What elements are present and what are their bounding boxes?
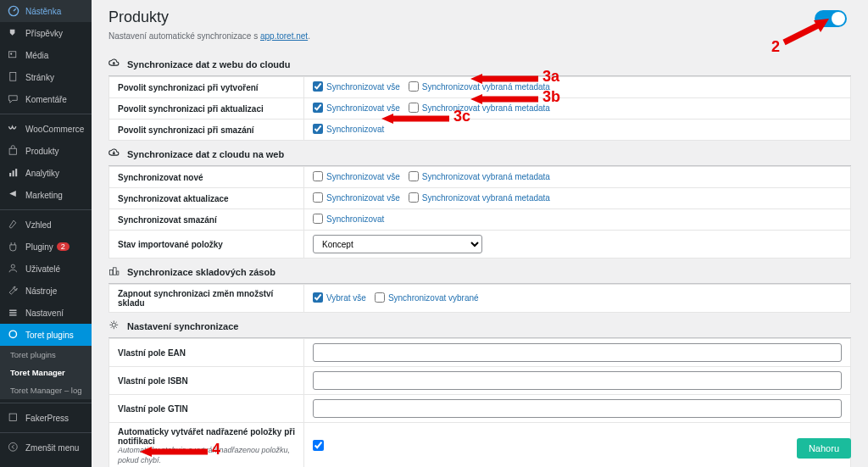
analytics-icon	[7, 166, 20, 180]
annotation-label-2: 2	[771, 38, 780, 56]
annotation-label-3c: 3c	[453, 108, 470, 125]
sidebar-item-label: FakerPress	[25, 414, 69, 423]
settings-table-cloud-to-web: Synchronizovat novéSynchronizovat všeSyn…	[108, 166, 851, 259]
submenu-item-toret-manager-log[interactable]: Toret Manager – log	[0, 381, 92, 399]
sidebar-item-media[interactable]: Média	[0, 44, 92, 66]
sidebar-item-label: Marketing	[25, 191, 63, 200]
section-header-web-to-cloud: Synchronizace dat z webu do cloudu	[108, 51, 851, 76]
appearance-icon	[7, 218, 20, 231]
settings-table-stock: Zapnout synchronizaci změn množství skla…	[108, 284, 851, 313]
svg-rect-9	[9, 310, 16, 311]
sidebar-item-label: Analytiky	[25, 169, 59, 178]
user-icon	[7, 262, 20, 275]
comment-icon	[7, 92, 20, 106]
row-label: Povolit synchronizaci při smazání	[109, 120, 304, 141]
svg-point-18	[112, 323, 115, 326]
row-label: Zapnout synchronizaci změn množství skla…	[109, 285, 304, 313]
svg-rect-5	[9, 173, 11, 176]
sidebar-item-label: Komentáře	[25, 95, 67, 104]
desc-link[interactable]: app.toret.net	[260, 31, 308, 41]
sidebar-item-label: Stránky	[25, 73, 54, 82]
svg-rect-4	[9, 148, 16, 154]
sidebar-item-tools[interactable]: Nástroje	[0, 280, 92, 302]
master-toggle[interactable]	[815, 10, 847, 27]
svg-rect-11	[9, 314, 16, 315]
row-label: Stav importované položky	[109, 231, 304, 259]
annotation-label-3a: 3a	[542, 68, 559, 86]
checkbox-sync[interactable]: Synchronizovat	[313, 124, 384, 134]
checkbox-auto-parent[interactable]	[313, 440, 324, 451]
checkbox-sync-all[interactable]: Synchronizovat vše	[313, 192, 400, 203]
checkbox-sync-all[interactable]: Synchronizovat vše	[313, 171, 400, 181]
sidebar-item-toret[interactable]: Toret plugins	[0, 324, 92, 346]
svg-rect-1	[8, 52, 15, 58]
sidebar-item-products[interactable]: Produkty	[0, 140, 92, 162]
isbn-input[interactable]	[313, 371, 842, 390]
toret-icon	[7, 328, 20, 342]
sidebar-item-label: Média	[25, 51, 48, 60]
sidebar-item-woocommerce[interactable]: WooCommerce	[0, 118, 92, 140]
gtin-input[interactable]	[313, 399, 842, 418]
sidebar-item-label: Toret plugins	[25, 331, 74, 340]
sidebar-item-label: Pluginy	[25, 242, 53, 252]
woo-icon	[7, 122, 20, 136]
plugin-badge: 2	[57, 242, 70, 251]
checkbox-sync-meta[interactable]: Synchronizovat vybraná metadata	[409, 192, 550, 203]
sidebar-item-label: Nastavení	[25, 309, 64, 318]
import-status-select[interactable]: Koncept	[313, 235, 482, 253]
ean-input[interactable]	[313, 343, 842, 362]
sidebar-item-appearance[interactable]: Vzhled	[0, 214, 92, 236]
admin-sidebar: Nástěnka Příspěvky Média Stránky Komentá…	[0, 0, 92, 467]
row-label: Vlastní pole GTIN	[109, 395, 304, 423]
row-label: Vlastní pole EAN	[109, 339, 304, 367]
settings-table-web-to-cloud: Povolit synchronizaci při vytvořeníSynch…	[108, 76, 851, 141]
sidebar-item-label: Příspěvky	[25, 29, 63, 38]
sidebar-item-dashboard[interactable]: Nástěnka	[0, 0, 92, 22]
media-icon	[7, 48, 20, 62]
sidebar-submenu: Toret plugins Toret Manager Toret Manage…	[0, 346, 92, 399]
checkbox-sync-meta[interactable]: Synchronizovat vybraná metadata	[409, 103, 550, 113]
sidebar-item-users[interactable]: Uživatelé	[0, 258, 92, 280]
svg-rect-6	[13, 170, 14, 176]
row-label: Povolit synchronizaci při vytvoření	[109, 77, 304, 98]
sidebar-item-collapse[interactable]: Zmenšit menu	[0, 436, 92, 459]
checkbox-sync-all[interactable]: Synchronizovat vše	[313, 81, 400, 92]
gear-icon	[108, 320, 122, 333]
row-label: Synchronizovat nové	[109, 167, 304, 188]
sidebar-item-fakerpress[interactable]: FakerPress	[0, 407, 92, 429]
svg-point-12	[9, 331, 16, 337]
sidebar-item-label: WooCommerce	[25, 125, 84, 134]
sidebar-item-pages[interactable]: Stránky	[0, 66, 92, 88]
sidebar-item-label: Vzhled	[25, 220, 52, 230]
settings-icon	[7, 306, 20, 320]
svg-point-2	[10, 53, 12, 55]
sidebar-item-plugins[interactable]: Pluginy2	[0, 236, 92, 258]
cloud-upload-icon	[108, 58, 122, 71]
checkbox-select-all[interactable]: Vybrat vše	[313, 292, 366, 303]
section-header-sync-settings: Nastavení synchronizace	[108, 313, 851, 338]
svg-rect-17	[117, 271, 119, 275]
checkbox-sync-all[interactable]: Synchronizovat vše	[313, 103, 400, 113]
submenu-item-toret-plugins[interactable]: Toret plugins	[0, 346, 92, 364]
checkbox-sync-meta[interactable]: Synchronizovat vybraná metadata	[409, 171, 550, 181]
page-description: Nastavení automatické synchronizace s ap…	[108, 31, 851, 41]
page-icon	[7, 70, 20, 84]
sidebar-item-posts[interactable]: Příspěvky	[0, 22, 92, 44]
dashboard-icon	[7, 4, 20, 18]
sidebar-item-label: Produkty	[25, 147, 58, 156]
checkbox-sync[interactable]: Synchronizovat	[313, 214, 384, 224]
sidebar-item-label: Nástěnka	[25, 7, 61, 16]
checkbox-sync-selected[interactable]: Synchronizovat vybrané	[375, 292, 479, 303]
sidebar-item-analytics[interactable]: Analytiky	[0, 162, 92, 184]
sidebar-item-marketing[interactable]: Marketing	[0, 184, 92, 206]
page-title: Produkty	[108, 8, 851, 26]
row-label: Povolit synchronizaci při aktualizaci	[109, 98, 304, 120]
section-header-stock: Synchronizace skladových zásob	[108, 259, 851, 284]
checkbox-sync-meta[interactable]: Synchronizovat vybraná metadata	[409, 81, 550, 92]
stock-icon	[108, 265, 122, 279]
scroll-top-button[interactable]: Nahoru	[797, 438, 851, 459]
sidebar-item-comments[interactable]: Komentáře	[0, 88, 92, 110]
sidebar-item-label: Uživatelé	[25, 264, 60, 274]
submenu-item-toret-manager[interactable]: Toret Manager	[0, 364, 92, 381]
sidebar-item-settings[interactable]: Nastavení	[0, 302, 92, 324]
